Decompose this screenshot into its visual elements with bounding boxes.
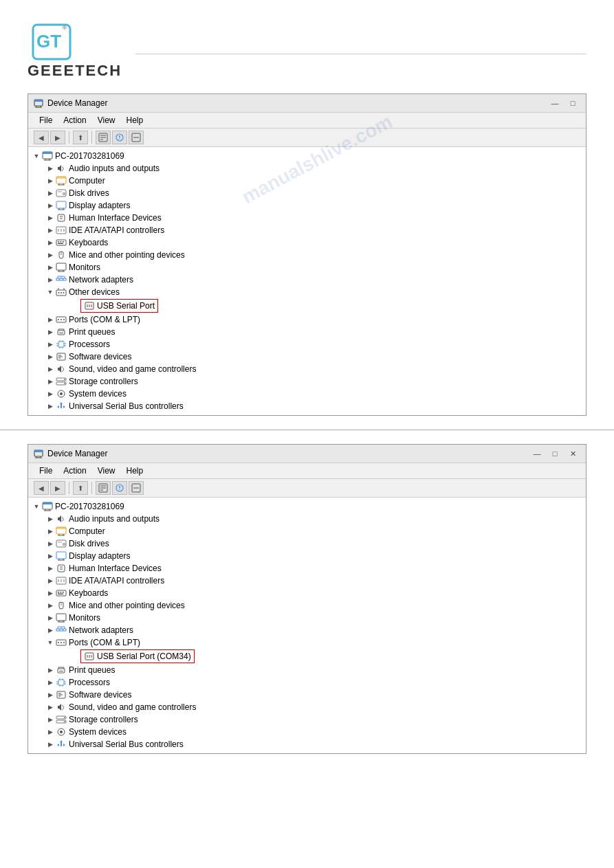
tree-item-usb-serial-2[interactable]: ▶ USB Serial Port (COM34) <box>69 649 583 664</box>
proc-toggle-1[interactable]: ▶ <box>45 339 56 350</box>
tree-item-monitors-1[interactable]: ▶ Monitors <box>45 261 583 274</box>
tree-item-storage-2[interactable]: ▶ Storage controllers <box>45 713 583 726</box>
ports-toggle-2[interactable]: ▼ <box>45 637 56 648</box>
forward-btn-1[interactable]: ▶ <box>50 131 65 144</box>
monitors-toggle-1[interactable]: ▶ <box>45 262 56 273</box>
root-toggle-1[interactable]: ▼ <box>31 151 42 162</box>
software-toggle-1[interactable]: ▶ <box>45 351 56 362</box>
tree-item-system-1[interactable]: ▶ System devices <box>45 388 583 400</box>
tree-item-network-1[interactable]: ▶ Network adapters <box>45 274 583 286</box>
menu-view-2[interactable]: View <box>92 465 121 477</box>
other-icon-1 <box>56 287 67 298</box>
properties-btn-2[interactable] <box>96 481 111 495</box>
tree-item-ide-2[interactable]: ▶ IDE ATA/ATAPI controllers <box>45 575 583 587</box>
maximize-btn-1[interactable]: □ <box>565 97 580 109</box>
storage-toggle-1[interactable]: ▶ <box>45 376 56 387</box>
sound-toggle-1[interactable]: ▶ <box>45 364 56 375</box>
tree-item-computer-2[interactable]: ▶ Computer <box>45 525 583 537</box>
close-btn-2[interactable]: ✕ <box>565 447 580 460</box>
menu-file-2[interactable]: File <box>34 465 58 477</box>
print-toggle-1[interactable]: ▶ <box>45 326 56 337</box>
tree-item-software-1[interactable]: ▶ Software devices <box>45 350 583 363</box>
maximize-btn-2[interactable]: □ <box>547 447 562 460</box>
display-label-1: Display adapters <box>69 201 130 210</box>
tree-item-system-2[interactable]: ▶ System devices <box>45 726 583 738</box>
tree-item-proc-1[interactable]: ▶ Processors <box>45 338 583 350</box>
tree-item-ports-2[interactable]: ▼ Ports (COM & LPT) <box>45 636 583 649</box>
tree-item-ide-1[interactable]: ▶ IDE ATA/ATAPI controllers <box>45 224 583 236</box>
tree-item-usb-serial-1[interactable]: ▶ USB Serial Port <box>69 298 583 313</box>
ide-toggle-1[interactable]: ▶ <box>45 225 56 236</box>
up-btn-2[interactable]: ⬆ <box>73 481 88 495</box>
back-btn-2[interactable]: ◀ <box>34 481 49 495</box>
tree-item-sound-1[interactable]: ▶ Sound, video and game controllers <box>45 363 583 375</box>
tree-item-other-1[interactable]: ▼ Other devices <box>45 286 583 298</box>
menu-action-2[interactable]: Action <box>58 465 91 477</box>
tree-item-software-2[interactable]: ▶ Software devices <box>45 689 583 701</box>
tree-item-usb-hub-2[interactable]: ▶ Universal Serial Bus controllers <box>45 738 583 750</box>
keyboard-toggle-1[interactable]: ▶ <box>45 237 56 248</box>
tree-item-print-1[interactable]: ▶ Print queues <box>45 326 583 338</box>
computer-toggle-1[interactable]: ▶ <box>45 175 56 186</box>
root-toggle-2[interactable]: ▼ <box>31 501 42 512</box>
tree-root-2[interactable]: ▼ PC-201703281069 <box>31 500 583 513</box>
tree-item-ports-1[interactable]: ▶ Ports (COM & LPT) <box>45 313 583 326</box>
menu-view-1[interactable]: View <box>92 114 121 126</box>
scan-btn-2[interactable] <box>129 481 144 495</box>
tree-item-hid-1[interactable]: ▶ Human Interface Devices <box>45 212 583 224</box>
titlebar-controls-2[interactable]: — □ ✕ <box>529 447 580 460</box>
update-driver-btn-2[interactable] <box>112 481 127 495</box>
hid-toggle-1[interactable]: ▶ <box>45 212 56 223</box>
titlebar-controls-1[interactable]: — □ <box>547 97 580 109</box>
ports-toggle-1[interactable]: ▶ <box>45 314 56 325</box>
properties-btn-1[interactable] <box>96 131 111 144</box>
tree-root-1[interactable]: ▼ PC-201703281069 <box>31 150 583 162</box>
tree-item-audio-1[interactable]: ▶ Audio inputs and outputs <box>45 162 583 175</box>
back-btn-1[interactable]: ◀ <box>34 131 49 144</box>
forward-btn-2[interactable]: ▶ <box>50 481 65 495</box>
svg-point-62 <box>61 292 62 293</box>
other-toggle-1[interactable]: ▼ <box>45 287 56 298</box>
tree-item-mice-2[interactable]: ▶ Mice and other pointing devices <box>45 599 583 612</box>
disk-toggle-1[interactable]: ▶ <box>45 188 56 199</box>
tree-item-display-1[interactable]: ▶ Display adapters <box>45 199 583 212</box>
network-toggle-1[interactable]: ▶ <box>45 274 56 285</box>
minimize-btn-1[interactable]: — <box>547 97 562 109</box>
svg-rect-53 <box>63 278 66 280</box>
tree-item-storage-1[interactable]: ▶ Storage controllers <box>45 375 583 388</box>
scan-btn-1[interactable] <box>129 131 144 144</box>
tree-item-disk-2[interactable]: ▶ Disk drives <box>45 537 583 550</box>
menubar-1: File Action View Help <box>28 113 586 129</box>
tree-item-proc-2[interactable]: ▶ Processors <box>45 676 583 689</box>
minimize-btn-2[interactable]: — <box>529 447 545 460</box>
svg-point-151 <box>63 642 65 643</box>
tree-item-network-2[interactable]: ▶ Network adapters <box>45 624 583 636</box>
tree-item-usb-hub-1[interactable]: ▶ Universal Serial Bus controllers <box>45 400 583 412</box>
audio-toggle-1[interactable]: ▶ <box>45 163 56 174</box>
keyboard-icon-2 <box>56 588 67 599</box>
svg-rect-34 <box>58 214 65 221</box>
tree-item-mice-1[interactable]: ▶ Mice and other pointing devices <box>45 249 583 261</box>
tree-item-keyboard-2[interactable]: ▶ Keyboards <box>45 587 583 599</box>
tree-item-monitors-2[interactable]: ▶ Monitors <box>45 612 583 624</box>
menu-help-1[interactable]: Help <box>121 114 149 126</box>
menu-help-2[interactable]: Help <box>121 465 149 477</box>
tree-item-computer-1[interactable]: ▶ Computer <box>45 175 583 187</box>
usb-hub-toggle-1[interactable]: ▶ <box>45 401 56 412</box>
sound-label-2: Sound, video and game controllers <box>69 702 196 712</box>
tree-item-print-2[interactable]: ▶ Print queues <box>45 664 583 676</box>
tree-item-keyboard-1[interactable]: ▶ Keyboards <box>45 236 583 249</box>
network-label-1: Network adapters <box>69 275 133 285</box>
menu-action-1[interactable]: Action <box>58 114 91 126</box>
tree-item-disk-1[interactable]: ▶ Disk drives <box>45 187 583 199</box>
system-toggle-1[interactable]: ▶ <box>45 388 56 399</box>
tree-item-hid-2[interactable]: ▶ Human Interface Devices <box>45 562 583 575</box>
tree-item-display-2[interactable]: ▶ Display adapters <box>45 550 583 562</box>
menu-file-1[interactable]: File <box>34 114 58 126</box>
tree-item-sound-2[interactable]: ▶ Sound, video and game controllers <box>45 701 583 713</box>
tree-item-audio-2[interactable]: ▶ Audio inputs and outputs <box>45 513 583 525</box>
mice-toggle-1[interactable]: ▶ <box>45 249 56 260</box>
display-toggle-1[interactable]: ▶ <box>45 200 56 211</box>
update-driver-btn-1[interactable] <box>112 131 127 144</box>
up-btn-1[interactable]: ⬆ <box>73 131 88 144</box>
